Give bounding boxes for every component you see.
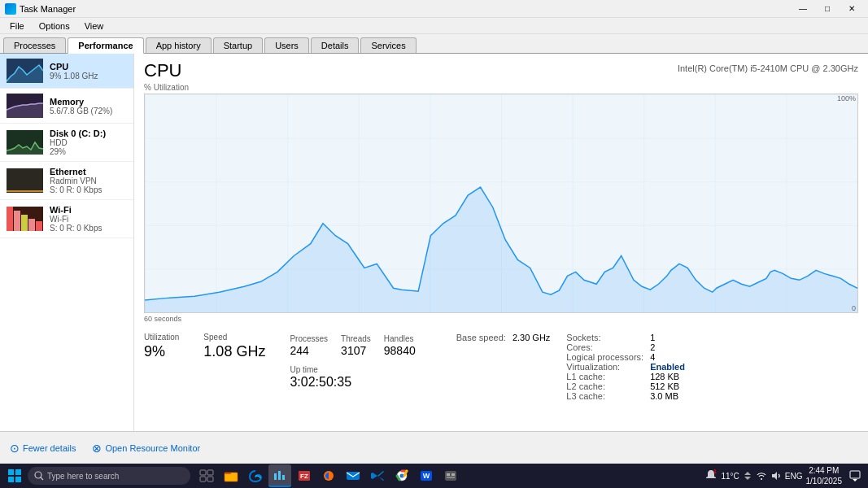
tab-users[interactable]: Users — [264, 37, 309, 53]
svg-rect-21 — [200, 477, 206, 481]
process-threads-col: Processes 244 Threads 3107 Handles 98840 — [290, 333, 415, 401]
volume-icon — [770, 470, 782, 481]
action-center-icon — [849, 470, 861, 481]
uptime-label: Up time — [290, 365, 317, 374]
cores-value: 2 — [650, 342, 685, 352]
svg-rect-3 — [7, 168, 43, 193]
window-title: Task Manager — [20, 4, 76, 14]
svg-rect-16 — [15, 477, 21, 482]
language: ENG — [785, 472, 803, 481]
tab-performance[interactable]: Performance — [68, 37, 143, 54]
action-center-button[interactable] — [845, 466, 865, 486]
start-icon — [8, 469, 21, 482]
tab-services[interactable]: Services — [360, 37, 416, 53]
edge-icon — [248, 469, 263, 482]
start-button[interactable] — [3, 464, 26, 487]
close-button[interactable]: ✕ — [840, 2, 863, 16]
processes-value: 244 — [290, 344, 308, 357]
sidebar-item-wifi[interactable]: Wi-Fi Wi-Fi S: 0 R: 0 Kbps — [0, 200, 133, 238]
taskbar-search[interactable]: Type here to search — [28, 467, 190, 485]
svg-point-17 — [35, 472, 41, 478]
l1-label: L1 cache: — [566, 372, 650, 381]
up-down-icon — [743, 471, 752, 481]
filezilla-button[interactable]: FZ — [293, 464, 316, 487]
tab-app-history[interactable]: App history — [146, 37, 212, 53]
svg-rect-25 — [274, 473, 277, 480]
virtualization-value: Enabled — [650, 362, 685, 372]
explorer-button[interactable] — [220, 464, 242, 487]
taskmanager-button[interactable] — [268, 464, 291, 487]
disk-name: Disk 0 (C: D:) — [50, 129, 127, 138]
utilization-col: Utilization 9% — [144, 333, 179, 401]
app9-button[interactable]: W — [415, 464, 438, 487]
svg-rect-13 — [8, 469, 14, 475]
edge-button[interactable] — [244, 464, 267, 487]
ethernet-val: S: 0 R: 0 Kbps — [50, 185, 127, 194]
chrome-button[interactable] — [390, 464, 413, 487]
base-speed-value: 2.30 GHz — [513, 333, 550, 342]
taskmanager-icon — [273, 468, 287, 481]
svg-text:FZ: FZ — [300, 473, 308, 480]
app10-button[interactable] — [439, 464, 462, 487]
menu-view[interactable]: View — [78, 20, 111, 33]
svg-marker-41 — [744, 472, 751, 475]
vscode-button[interactable] — [366, 464, 389, 487]
l3-label: L3 cache: — [566, 391, 650, 401]
l3-value: 3.0 MB — [650, 391, 685, 401]
sidebar-item-disk[interactable]: Disk 0 (C: D:) HDD 29% — [0, 124, 133, 162]
tab-startup[interactable]: Startup — [213, 37, 263, 53]
ethernet-mini-chart — [7, 168, 43, 193]
chart-y-min: 0 — [852, 304, 856, 312]
svg-rect-24 — [225, 473, 231, 474]
cpu-val: 9% 1.08 GHz — [50, 72, 127, 81]
sidebar-item-cpu[interactable]: CPU 9% 1.08 GHz — [0, 54, 133, 89]
outlook-button[interactable] — [342, 464, 364, 487]
menu-file[interactable]: File — [3, 20, 31, 33]
minimize-button[interactable]: — — [792, 2, 814, 16]
maximize-button[interactable]: □ — [816, 2, 839, 16]
svg-rect-5 — [7, 207, 13, 231]
title-bar-left: Task Manager — [5, 3, 76, 15]
open-resource-monitor-link[interactable]: ⊗ Open Resource Monitor — [92, 442, 200, 455]
cores-label: Cores: — [566, 342, 650, 352]
cpu-chart-svg — [145, 94, 857, 312]
svg-rect-27 — [282, 475, 285, 480]
tab-details[interactable]: Details — [311, 37, 360, 53]
ethernet-name: Ethernet — [50, 167, 127, 176]
sidebar-item-ethernet[interactable]: Ethernet Radmin VPN S: 0 R: 0 Kbps — [0, 162, 133, 200]
chrome-icon — [395, 469, 409, 482]
disk-sidebar-info: Disk 0 (C: D:) HDD 29% — [50, 129, 127, 156]
app10-icon — [443, 469, 458, 482]
open-resource-monitor-label: Open Resource Monitor — [105, 443, 200, 453]
tab-processes[interactable]: Processes — [3, 37, 66, 53]
title-bar: Task Manager — □ ✕ — [0, 0, 868, 18]
cpu-sidebar-info: CPU 9% 1.08 GHz — [50, 62, 127, 81]
wifi-val: S: 0 R: 0 Kbps — [50, 224, 127, 233]
utilization-label: Utilization — [144, 333, 179, 342]
l2-label: L2 cache: — [566, 381, 650, 391]
menu-options[interactable]: Options — [33, 20, 76, 33]
speed-col: Speed 1.08 GHz — [203, 333, 265, 401]
disk-val: 29% — [50, 147, 127, 156]
firefox-button[interactable] — [317, 464, 340, 487]
wifi-mini-chart — [7, 207, 43, 231]
ethernet-sidebar-info: Ethernet Radmin VPN S: 0 R: 0 Kbps — [50, 167, 127, 194]
main-content: CPU 9% 1.08 GHz Memory 5.6/7.8 GB (72%) — [0, 54, 868, 431]
memory-val: 5.6/7.8 GB (72%) — [50, 107, 127, 115]
sockets-label: Sockets: — [566, 333, 650, 342]
svg-rect-38 — [451, 473, 455, 476]
sidebar-item-memory[interactable]: Memory 5.6/7.8 GB (72%) — [0, 89, 133, 124]
fewer-details-link[interactable]: ⊙ Fewer details — [10, 442, 76, 455]
svg-rect-26 — [278, 471, 281, 480]
l2-value: 512 KB — [650, 381, 685, 391]
svg-rect-39 — [447, 477, 455, 478]
notification-area[interactable]: 1 — [704, 468, 718, 483]
sidebar: CPU 9% 1.08 GHz Memory 5.6/7.8 GB (72%) — [0, 54, 134, 431]
taskview-button[interactable] — [195, 464, 218, 487]
app9-icon: W — [419, 469, 434, 482]
cpu-name: CPU — [50, 62, 127, 72]
clock[interactable]: 2:44 PM 1/10/2025 — [806, 465, 843, 486]
svg-text:1: 1 — [713, 468, 717, 474]
chart-x-label: 60 seconds — [144, 315, 858, 323]
window-controls: — □ ✕ — [792, 2, 863, 16]
